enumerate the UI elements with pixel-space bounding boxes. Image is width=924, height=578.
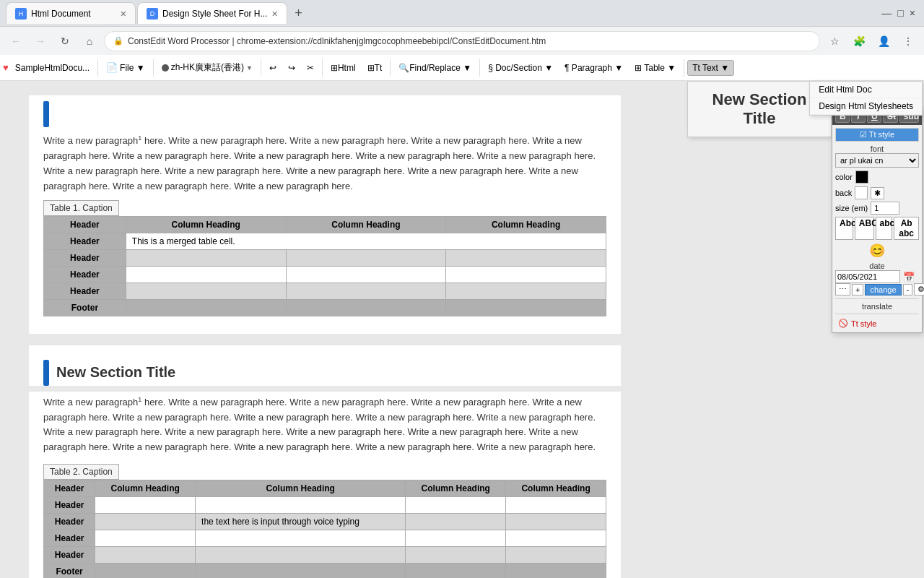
table1-header0: Header bbox=[44, 216, 126, 233]
table-row: Header bbox=[44, 530, 606, 547]
date-label-container: date bbox=[835, 262, 919, 270]
html-button[interactable]: ⊞Html bbox=[326, 60, 361, 76]
cell bbox=[446, 249, 606, 266]
close-window-button[interactable]: × bbox=[910, 7, 915, 19]
back-reset-button[interactable]: ✱ bbox=[871, 187, 884, 199]
section-title-display: New Section Title bbox=[699, 90, 819, 128]
calendar-icon[interactable]: 📅 bbox=[903, 272, 915, 282]
tt-style-cancel-label: Tt style bbox=[851, 319, 876, 328]
smiley-button[interactable]: 😊 bbox=[835, 243, 919, 259]
cell: Header bbox=[44, 547, 95, 564]
table-row: Header bbox=[44, 266, 606, 282]
design-stylesheets-button[interactable]: Design Html Stylesheets bbox=[810, 98, 922, 115]
tab-close-1[interactable]: × bbox=[121, 8, 126, 20]
cell bbox=[286, 299, 446, 316]
redo-button[interactable]: ↪ bbox=[283, 60, 300, 76]
color-picker[interactable] bbox=[855, 171, 868, 184]
url-bar[interactable]: 🔒 ConstEdit Word Processor | chrome-exte… bbox=[104, 31, 820, 51]
translate-text: translate bbox=[862, 302, 892, 311]
table1-caption: Table 1. Caption bbox=[43, 200, 119, 216]
cut-button[interactable]: ✂ bbox=[302, 60, 319, 76]
size-input[interactable] bbox=[871, 202, 899, 215]
extensions-button[interactable]: 🧩 bbox=[849, 31, 869, 51]
tab-close-2[interactable]: × bbox=[271, 8, 277, 20]
date-input[interactable] bbox=[835, 270, 900, 283]
tt-style-cancel-button[interactable]: 🚫 Tt style bbox=[835, 317, 919, 329]
abc-btn-lower[interactable]: abc bbox=[876, 217, 893, 240]
bookmark-label: SampleHtmlDocu... bbox=[15, 63, 90, 73]
table2-header2: Column Heading bbox=[196, 480, 406, 497]
editor-area[interactable]: Write a new paragraph1 here. Write a new… bbox=[0, 81, 924, 578]
table2: Header Column Heading Column Heading Col… bbox=[43, 480, 606, 578]
cell bbox=[406, 547, 506, 564]
profile-button[interactable]: 👤 bbox=[873, 31, 894, 51]
menu-button[interactable]: ⋮ bbox=[898, 31, 918, 51]
window-controls: — □ × bbox=[881, 7, 924, 19]
cell bbox=[126, 249, 286, 266]
back-button[interactable]: ← bbox=[6, 31, 26, 51]
sep2 bbox=[153, 59, 154, 77]
table-button[interactable]: ⊞ Table ▼ bbox=[629, 60, 681, 76]
change-label-button[interactable]: change bbox=[865, 284, 901, 296]
refresh-button[interactable]: ↻ bbox=[55, 31, 75, 51]
change-settings-button[interactable]: ⚙ bbox=[914, 283, 924, 296]
cell bbox=[196, 564, 406, 578]
abc-btn-mixed[interactable]: Ab abc bbox=[894, 217, 919, 240]
top-blue-bar bbox=[29, 95, 621, 127]
doc-section-button[interactable]: § Doc/Section ▼ bbox=[483, 60, 558, 76]
minimize-button[interactable]: — bbox=[881, 7, 892, 19]
bookmark-star[interactable]: ☆ bbox=[824, 31, 845, 51]
cell bbox=[506, 514, 606, 530]
find-replace-button[interactable]: 🔍Find/Replace ▼ bbox=[393, 60, 476, 76]
table-row: Header bbox=[44, 497, 606, 514]
font-selector[interactable]: ar pl ukai cn bbox=[835, 153, 919, 168]
undo-button[interactable]: ↩ bbox=[264, 60, 282, 76]
font-section-label: font bbox=[835, 144, 919, 153]
home-button[interactable]: ⌂ bbox=[79, 31, 100, 51]
tab-design-style[interactable]: D Design Style Sheet For H... × bbox=[137, 2, 287, 24]
new-tab-button[interactable]: + bbox=[289, 3, 309, 23]
abc-btn-abc[interactable]: Abc bbox=[835, 217, 853, 240]
bookmark-button[interactable]: SampleHtmlDocu... bbox=[10, 60, 95, 76]
date-label: date bbox=[869, 262, 884, 270]
lang-selector[interactable]: zh-HK廣東話(香港) ▼ bbox=[157, 59, 258, 77]
cell bbox=[95, 547, 196, 564]
paragraph-button[interactable]: ¶ Paragraph ▼ bbox=[559, 60, 628, 76]
remove-change-button[interactable]: - bbox=[903, 284, 913, 296]
sep6 bbox=[479, 59, 480, 77]
tt-text-label: Tt Text ▼ bbox=[692, 63, 729, 73]
tt-style-section[interactable]: ☑ Tt style bbox=[835, 128, 919, 142]
prev-change-button[interactable]: ⋯ bbox=[835, 283, 850, 296]
tt-button[interactable]: ⊞Tt bbox=[362, 60, 388, 76]
file-menu[interactable]: 📄 File ▼ bbox=[101, 59, 150, 76]
section1-bar bbox=[43, 101, 49, 127]
forward-button[interactable]: → bbox=[30, 31, 51, 51]
abc-btn-ABC[interactable]: ABC bbox=[855, 217, 874, 240]
back-color-picker[interactable] bbox=[855, 186, 868, 199]
add-change-button[interactable]: + bbox=[852, 284, 863, 296]
section2-header: New Section Title bbox=[43, 360, 606, 386]
cell: Header bbox=[44, 266, 126, 282]
cell bbox=[446, 299, 606, 316]
cell bbox=[406, 530, 506, 547]
change-row: ⋯ + change - ⚙ bbox=[835, 283, 919, 296]
edit-html-doc-button[interactable]: Edit Html Doc bbox=[810, 82, 922, 98]
table1-wrapper: Table 1. Caption Header Column Heading C… bbox=[29, 200, 621, 334]
tab-html-document[interactable]: H Html Document × bbox=[6, 2, 136, 24]
lang-arrow: ▼ bbox=[246, 64, 253, 72]
table-row: Header bbox=[44, 282, 606, 299]
cell bbox=[196, 497, 406, 514]
maximize-button[interactable]: □ bbox=[897, 7, 903, 19]
cell bbox=[506, 564, 606, 578]
table-row: Header the text here is input through vo… bbox=[44, 514, 606, 530]
sep7 bbox=[684, 59, 684, 77]
tt-text-button[interactable]: Tt Text ▼ bbox=[687, 60, 734, 76]
sep1 bbox=[97, 59, 98, 77]
table2-header3: Column Heading bbox=[406, 480, 506, 497]
edit-dropdown: Edit Html Doc Design Html Stylesheets bbox=[809, 81, 923, 116]
size-label: size (em) bbox=[835, 204, 868, 212]
url-icon: 🔒 bbox=[113, 36, 123, 46]
cell: Header bbox=[44, 282, 126, 299]
table-footer-row: Footer bbox=[44, 299, 606, 316]
cell bbox=[406, 514, 506, 530]
